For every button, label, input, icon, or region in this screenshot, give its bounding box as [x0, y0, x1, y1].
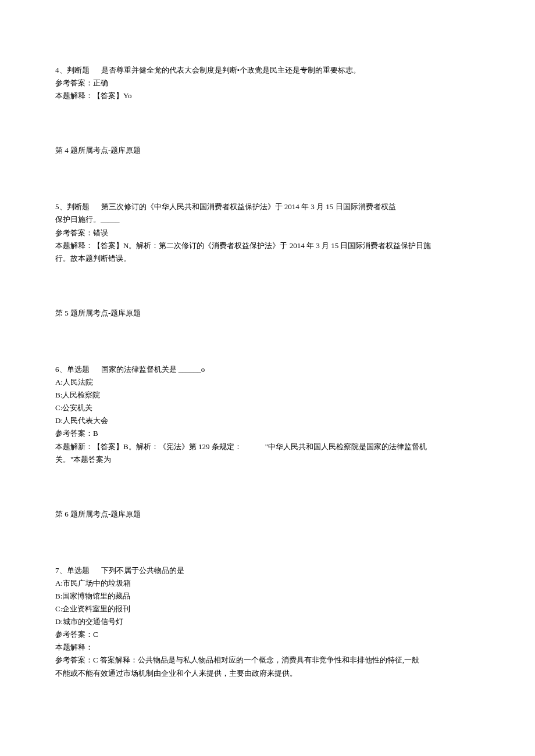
question-7: 7、单选题下列不属于公共物品的是 A:市民广场中的垃圾箱 B:国家博物馆里的藏品…: [55, 564, 480, 680]
q6-option-d: D:人民代表大会: [55, 414, 480, 427]
question-5: 5、判断题第三次修订的《中华人民共和国消费者权益保护法》于 2014 年 3 月…: [55, 200, 480, 320]
q7-header: 7、单选题: [55, 566, 90, 575]
q7-option-d: D:城市的交通信号灯: [55, 615, 480, 628]
q6-explanation-line2: 关。"本题答案为: [55, 453, 480, 466]
q5-explanation-line2: 行。故本题判断错误。: [55, 252, 480, 265]
q6-explain1-left: 本题解新：【答案】B。解析：《宪法》第 129 条规定：: [55, 442, 242, 451]
q7-option-b: B:国家博物馆里的藏品: [55, 590, 480, 603]
q7-explanation-line2: 不能或不能有效通过市场机制由企业和个人来提供，主要由政府来提供。: [55, 667, 480, 680]
q5-text1: 第三次修订的《中华人民共和国消费者权益保护法》于 2014 年 3 月 15 日…: [101, 202, 396, 211]
q4-explanation: 本题解释：【答案】Yo: [55, 89, 480, 102]
q7-stem: 7、单选题下列不属于公共物品的是: [55, 564, 480, 577]
q6-option-a: A:人民法院: [55, 376, 480, 389]
q4-category: 第 4 题所属考点-题库原题: [55, 144, 480, 157]
q7-text: 下列不属于公共物品的是: [101, 566, 184, 575]
q5-stem-line1: 5、判断题第三次修订的《中华人民共和国消费者权益保护法》于 2014 年 3 月…: [55, 200, 480, 213]
q6-header: 6、单选题: [55, 365, 90, 374]
q5-category: 第 5 题所属考点-题库原题: [55, 307, 480, 320]
q6-text: 国家的法律监督机关是 ______o: [101, 365, 205, 374]
q7-explanation-label: 本题解释：: [55, 641, 480, 654]
q7-option-c: C:企业资料室里的报刊: [55, 603, 480, 615]
q4-header: 4、判断题: [55, 66, 90, 74]
question-4: 4、判断题是否尊重并健全党的代表大会制度是判断•个政党是民主还是专制的重要标志。…: [55, 64, 480, 157]
q5-reference-answer: 参考答案：错误: [55, 227, 480, 239]
q6-option-b: B:人民检察院: [55, 389, 480, 402]
q6-category: 第 6 题所属考点-题库原题: [55, 508, 480, 521]
q6-explain1-right: "中华人民共和国人民检察院是国家的法律监督机: [265, 442, 427, 451]
q4-reference-answer: 参考答案：正确: [55, 77, 480, 89]
q7-explanation-line1: 参考答案：C 答案解释：公共物品是与私人物品相对应的一个概念，消费具有非竞争性和…: [55, 654, 480, 667]
q6-reference-answer: 参考答案：B: [55, 427, 480, 440]
question-6: 6、单选题国家的法律监督机关是 ______o A:人民法院 B:人民检察院 C…: [55, 363, 480, 521]
q5-explanation-line1: 本题解释：【答案】N。解析：第二次修订的《消费者权益保护法》于 2014 年 3…: [55, 239, 480, 252]
q7-option-a: A:市民广场中的垃圾箱: [55, 577, 480, 590]
q4-text: 是否尊重并健全党的代表大会制度是判断•个政党是民主还是专制的重要标志。: [101, 66, 361, 74]
q4-stem: 4、判断题是否尊重并健全党的代表大会制度是判断•个政党是民主还是专制的重要标志。: [55, 64, 480, 77]
q6-option-c: C:公安机关: [55, 402, 480, 414]
q5-stem-line2: 保护日施行。_____: [55, 213, 480, 226]
q6-stem: 6、单选题国家的法律监督机关是 ______o: [55, 363, 480, 376]
q6-explanation-line1: 本题解新：【答案】B。解析：《宪法》第 129 条规定："中华人民共和国人民检察…: [55, 440, 480, 453]
q5-header: 5、判断题: [55, 202, 90, 211]
q7-reference-answer: 参考答案：C: [55, 628, 480, 641]
